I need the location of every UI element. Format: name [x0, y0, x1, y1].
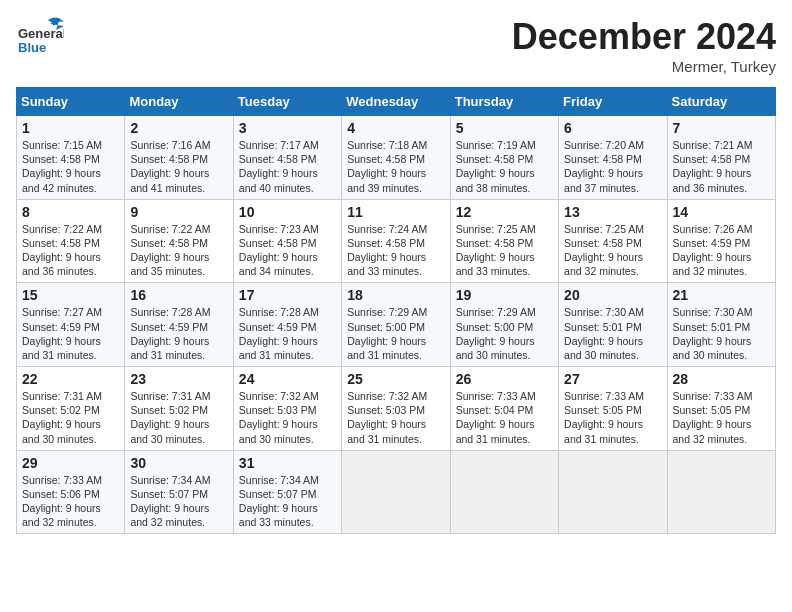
calendar-cell — [559, 450, 667, 534]
day-info: Sunrise: 7:29 AMSunset: 5:00 PMDaylight:… — [456, 306, 536, 361]
day-number: 17 — [239, 287, 336, 303]
day-info: Sunrise: 7:23 AMSunset: 4:58 PMDaylight:… — [239, 223, 319, 278]
day-info: Sunrise: 7:31 AMSunset: 5:02 PMDaylight:… — [22, 390, 102, 445]
day-info: Sunrise: 7:16 AMSunset: 4:58 PMDaylight:… — [130, 139, 210, 194]
day-number: 9 — [130, 204, 227, 220]
day-number: 24 — [239, 371, 336, 387]
day-info: Sunrise: 7:25 AMSunset: 4:58 PMDaylight:… — [564, 223, 644, 278]
day-info: Sunrise: 7:15 AMSunset: 4:58 PMDaylight:… — [22, 139, 102, 194]
day-number: 4 — [347, 120, 444, 136]
calendar-week-2: 8 Sunrise: 7:22 AMSunset: 4:58 PMDayligh… — [17, 199, 776, 283]
calendar-cell — [342, 450, 450, 534]
title-block: December 2024 Mermer, Turkey — [512, 16, 776, 75]
calendar-week-3: 15 Sunrise: 7:27 AMSunset: 4:59 PMDaylig… — [17, 283, 776, 367]
svg-text:Blue: Blue — [18, 40, 46, 55]
day-info: Sunrise: 7:31 AMSunset: 5:02 PMDaylight:… — [130, 390, 210, 445]
calendar-cell: 23 Sunrise: 7:31 AMSunset: 5:02 PMDaylig… — [125, 367, 233, 451]
calendar-cell: 7 Sunrise: 7:21 AMSunset: 4:58 PMDayligh… — [667, 116, 775, 200]
calendar-cell: 31 Sunrise: 7:34 AMSunset: 5:07 PMDaylig… — [233, 450, 341, 534]
day-number: 7 — [673, 120, 770, 136]
day-info: Sunrise: 7:30 AMSunset: 5:01 PMDaylight:… — [564, 306, 644, 361]
day-info: Sunrise: 7:33 AMSunset: 5:05 PMDaylight:… — [673, 390, 753, 445]
calendar-cell: 20 Sunrise: 7:30 AMSunset: 5:01 PMDaylig… — [559, 283, 667, 367]
day-number: 18 — [347, 287, 444, 303]
calendar-cell: 4 Sunrise: 7:18 AMSunset: 4:58 PMDayligh… — [342, 116, 450, 200]
day-number: 1 — [22, 120, 119, 136]
day-number: 2 — [130, 120, 227, 136]
day-number: 5 — [456, 120, 553, 136]
calendar-cell — [450, 450, 558, 534]
day-number: 26 — [456, 371, 553, 387]
day-info: Sunrise: 7:25 AMSunset: 4:58 PMDaylight:… — [456, 223, 536, 278]
calendar-subtitle: Mermer, Turkey — [512, 58, 776, 75]
day-info: Sunrise: 7:29 AMSunset: 5:00 PMDaylight:… — [347, 306, 427, 361]
calendar-week-5: 29 Sunrise: 7:33 AMSunset: 5:06 PMDaylig… — [17, 450, 776, 534]
day-info: Sunrise: 7:32 AMSunset: 5:03 PMDaylight:… — [347, 390, 427, 445]
calendar-cell: 25 Sunrise: 7:32 AMSunset: 5:03 PMDaylig… — [342, 367, 450, 451]
day-info: Sunrise: 7:33 AMSunset: 5:05 PMDaylight:… — [564, 390, 644, 445]
calendar-cell: 19 Sunrise: 7:29 AMSunset: 5:00 PMDaylig… — [450, 283, 558, 367]
calendar-cell: 3 Sunrise: 7:17 AMSunset: 4:58 PMDayligh… — [233, 116, 341, 200]
calendar-cell: 30 Sunrise: 7:34 AMSunset: 5:07 PMDaylig… — [125, 450, 233, 534]
day-number: 29 — [22, 455, 119, 471]
calendar-cell: 15 Sunrise: 7:27 AMSunset: 4:59 PMDaylig… — [17, 283, 125, 367]
col-wednesday: Wednesday — [342, 88, 450, 116]
day-number: 14 — [673, 204, 770, 220]
calendar-cell: 17 Sunrise: 7:28 AMSunset: 4:59 PMDaylig… — [233, 283, 341, 367]
calendar-cell: 18 Sunrise: 7:29 AMSunset: 5:00 PMDaylig… — [342, 283, 450, 367]
calendar-table: Sunday Monday Tuesday Wednesday Thursday… — [16, 87, 776, 534]
day-number: 8 — [22, 204, 119, 220]
calendar-cell: 2 Sunrise: 7:16 AMSunset: 4:58 PMDayligh… — [125, 116, 233, 200]
logo-icon: General Blue — [16, 16, 64, 64]
calendar-cell: 26 Sunrise: 7:33 AMSunset: 5:04 PMDaylig… — [450, 367, 558, 451]
col-friday: Friday — [559, 88, 667, 116]
day-info: Sunrise: 7:22 AMSunset: 4:58 PMDaylight:… — [130, 223, 210, 278]
day-number: 27 — [564, 371, 661, 387]
day-info: Sunrise: 7:19 AMSunset: 4:58 PMDaylight:… — [456, 139, 536, 194]
day-info: Sunrise: 7:27 AMSunset: 4:59 PMDaylight:… — [22, 306, 102, 361]
day-number: 16 — [130, 287, 227, 303]
day-info: Sunrise: 7:21 AMSunset: 4:58 PMDaylight:… — [673, 139, 753, 194]
day-number: 13 — [564, 204, 661, 220]
col-sunday: Sunday — [17, 88, 125, 116]
day-number: 28 — [673, 371, 770, 387]
day-info: Sunrise: 7:33 AMSunset: 5:06 PMDaylight:… — [22, 474, 102, 529]
day-info: Sunrise: 7:32 AMSunset: 5:03 PMDaylight:… — [239, 390, 319, 445]
calendar-week-4: 22 Sunrise: 7:31 AMSunset: 5:02 PMDaylig… — [17, 367, 776, 451]
calendar-week-1: 1 Sunrise: 7:15 AMSunset: 4:58 PMDayligh… — [17, 116, 776, 200]
day-number: 31 — [239, 455, 336, 471]
calendar-cell: 8 Sunrise: 7:22 AMSunset: 4:58 PMDayligh… — [17, 199, 125, 283]
logo-text: General Blue — [16, 16, 64, 68]
day-info: Sunrise: 7:22 AMSunset: 4:58 PMDaylight:… — [22, 223, 102, 278]
col-monday: Monday — [125, 88, 233, 116]
calendar-cell: 22 Sunrise: 7:31 AMSunset: 5:02 PMDaylig… — [17, 367, 125, 451]
calendar-cell: 11 Sunrise: 7:24 AMSunset: 4:58 PMDaylig… — [342, 199, 450, 283]
day-info: Sunrise: 7:24 AMSunset: 4:58 PMDaylight:… — [347, 223, 427, 278]
day-info: Sunrise: 7:30 AMSunset: 5:01 PMDaylight:… — [673, 306, 753, 361]
col-thursday: Thursday — [450, 88, 558, 116]
day-info: Sunrise: 7:28 AMSunset: 4:59 PMDaylight:… — [239, 306, 319, 361]
calendar-cell: 5 Sunrise: 7:19 AMSunset: 4:58 PMDayligh… — [450, 116, 558, 200]
calendar-cell: 6 Sunrise: 7:20 AMSunset: 4:58 PMDayligh… — [559, 116, 667, 200]
calendar-cell: 1 Sunrise: 7:15 AMSunset: 4:58 PMDayligh… — [17, 116, 125, 200]
day-number: 23 — [130, 371, 227, 387]
calendar-cell: 24 Sunrise: 7:32 AMSunset: 5:03 PMDaylig… — [233, 367, 341, 451]
calendar-title: December 2024 — [512, 16, 776, 58]
page-header: General Blue December 2024 Mermer, Turke… — [16, 16, 776, 75]
calendar-cell: 12 Sunrise: 7:25 AMSunset: 4:58 PMDaylig… — [450, 199, 558, 283]
day-number: 15 — [22, 287, 119, 303]
day-number: 22 — [22, 371, 119, 387]
day-info: Sunrise: 7:18 AMSunset: 4:58 PMDaylight:… — [347, 139, 427, 194]
calendar-cell: 29 Sunrise: 7:33 AMSunset: 5:06 PMDaylig… — [17, 450, 125, 534]
day-number: 6 — [564, 120, 661, 136]
day-number: 21 — [673, 287, 770, 303]
day-info: Sunrise: 7:34 AMSunset: 5:07 PMDaylight:… — [130, 474, 210, 529]
logo: General Blue — [16, 16, 64, 68]
day-info: Sunrise: 7:26 AMSunset: 4:59 PMDaylight:… — [673, 223, 753, 278]
calendar-cell: 10 Sunrise: 7:23 AMSunset: 4:58 PMDaylig… — [233, 199, 341, 283]
calendar-cell: 16 Sunrise: 7:28 AMSunset: 4:59 PMDaylig… — [125, 283, 233, 367]
day-info: Sunrise: 7:34 AMSunset: 5:07 PMDaylight:… — [239, 474, 319, 529]
header-row: Sunday Monday Tuesday Wednesday Thursday… — [17, 88, 776, 116]
day-number: 10 — [239, 204, 336, 220]
calendar-cell: 21 Sunrise: 7:30 AMSunset: 5:01 PMDaylig… — [667, 283, 775, 367]
